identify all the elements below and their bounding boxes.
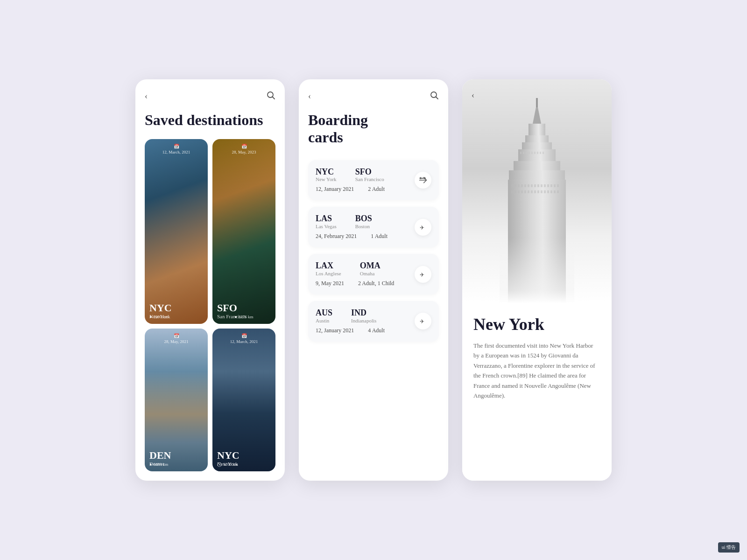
boarding-bottom-row: 12, January 2021 4 Adult bbox=[316, 327, 415, 334]
svg-rect-20 bbox=[534, 152, 536, 154]
dest-dist-value: 3200 km bbox=[223, 462, 238, 467]
svg-rect-33 bbox=[537, 184, 539, 187]
svg-rect-37 bbox=[550, 184, 552, 187]
dest-dist-value: 1376 km bbox=[239, 315, 254, 319]
back-icon[interactable]: ‹ bbox=[472, 91, 474, 100]
boarding-to: OMA Omaha bbox=[360, 261, 381, 276]
svg-rect-50 bbox=[544, 190, 546, 193]
location-icon: ● bbox=[149, 462, 152, 467]
dest-card-nyc2[interactable]: 📅 12, March, 2021 NYC New York ◯ 3200 km bbox=[212, 329, 275, 471]
dest-date: 28, May, 2023 bbox=[232, 150, 256, 154]
boarding-to: BOS Boston bbox=[355, 214, 372, 229]
back-icon[interactable]: ‹ bbox=[308, 91, 311, 101]
flight-arrow: ✈ bbox=[415, 313, 431, 329]
from-city: Los Anglese bbox=[316, 271, 341, 276]
svg-rect-44 bbox=[524, 190, 526, 193]
boarding-card-info: LAS Las Vegas BOS Boston 24, February 20… bbox=[316, 214, 415, 240]
building-illustration bbox=[500, 98, 574, 303]
to-code: IND bbox=[351, 308, 376, 318]
from-code: AUS bbox=[316, 308, 332, 318]
from-code: LAX bbox=[316, 261, 341, 271]
boarding-top-row: LAX Los Anglese OMA Omaha bbox=[316, 261, 415, 276]
boarding-top-row: LAS Las Vegas BOS Boston bbox=[316, 214, 415, 229]
svg-rect-19 bbox=[531, 152, 533, 154]
from-code: NYC bbox=[316, 168, 337, 177]
boarding-from: LAS Las Vegas bbox=[316, 214, 337, 229]
svg-rect-43 bbox=[521, 190, 523, 193]
flight-date: 12, January 2021 bbox=[316, 327, 354, 334]
svg-rect-52 bbox=[550, 190, 552, 193]
svg-rect-53 bbox=[554, 190, 556, 193]
dest-code: DEN bbox=[149, 450, 171, 461]
svg-rect-42 bbox=[518, 190, 520, 193]
flight-arrow bbox=[415, 172, 431, 189]
svg-rect-17 bbox=[526, 152, 527, 154]
svg-rect-38 bbox=[554, 184, 556, 187]
svg-rect-22 bbox=[540, 152, 541, 154]
boarding-card-nyc-sfo[interactable]: NYC New York SFO San Francisco 12, Janua… bbox=[308, 160, 439, 201]
screens-container: ‹ Saved destinations 📅 12, March, 202 bbox=[135, 79, 612, 481]
screen-saved-destinations: ‹ Saved destinations 📅 12, March, 202 bbox=[135, 79, 285, 481]
boarding-from: NYC New York bbox=[316, 168, 337, 182]
dest-card-den[interactable]: 📅 28, May, 2021 DEN Denver ● 6409 km bbox=[145, 329, 208, 471]
boarding-bottom-row: 9, May 2021 2 Adult, 1 Child bbox=[316, 280, 415, 287]
detail-image-area: ‹ bbox=[462, 79, 612, 303]
from-city: Las Vegas bbox=[316, 224, 337, 229]
passenger-count: 2 Adult, 1 Child bbox=[358, 280, 394, 287]
svg-rect-18 bbox=[529, 152, 530, 154]
boarding-card-info: NYC New York SFO San Francisco 12, Janua… bbox=[316, 168, 415, 193]
destinations-grid: 📅 12, March, 2021 NYC New York ● 3200 km bbox=[145, 139, 275, 471]
screen2-title: Boardingcards bbox=[308, 112, 439, 146]
to-city: San Francisco bbox=[355, 176, 384, 182]
boarding-card-aus-ind[interactable]: AUS Austin IND Indianapolis 12, January … bbox=[308, 301, 439, 342]
boarding-card-las-bos[interactable]: LAS Las Vegas BOS Boston 24, February 20… bbox=[308, 207, 439, 247]
svg-rect-23 bbox=[543, 152, 544, 154]
boarding-card-lax-oma[interactable]: LAX Los Anglese OMA Omaha 9, May 2021 2 … bbox=[308, 254, 439, 294]
boarding-card-info: AUS Austin IND Indianapolis 12, January … bbox=[316, 308, 415, 334]
dest-card-nyc[interactable]: 📅 12, March, 2021 NYC New York ● 3200 km bbox=[145, 139, 208, 324]
calendar-icon: 📅 bbox=[174, 333, 179, 338]
dest-dist-value: 6409 km bbox=[153, 462, 168, 467]
svg-rect-28 bbox=[521, 184, 523, 187]
svg-rect-41 bbox=[514, 190, 516, 193]
search-icon[interactable] bbox=[266, 91, 275, 102]
boarding-bottom-row: 24, February 2021 1 Adult bbox=[316, 233, 415, 240]
boarding-top-row: NYC New York SFO San Francisco bbox=[316, 168, 415, 182]
boarding-to: IND Indianapolis bbox=[351, 308, 376, 323]
svg-rect-48 bbox=[537, 190, 539, 193]
detail-title: New York bbox=[473, 315, 600, 334]
dest-card-sfo[interactable]: 📅 28, May, 2023 SFO San Francisco ● 1376… bbox=[212, 139, 275, 324]
location-icon: ◯ bbox=[217, 462, 222, 467]
boarding-from: LAX Los Anglese bbox=[316, 261, 341, 276]
screen-boarding-cards: ‹ Boardingcards NYC New York bbox=[299, 79, 448, 481]
dest-date: 28, May, 2021 bbox=[164, 339, 189, 344]
boarding-card-info: LAX Los Anglese OMA Omaha 9, May 2021 2 … bbox=[316, 261, 415, 287]
search-icon[interactable] bbox=[430, 91, 439, 102]
svg-rect-49 bbox=[541, 190, 543, 193]
svg-rect-16 bbox=[523, 152, 524, 154]
to-code: BOS bbox=[355, 214, 372, 224]
from-code: LAS bbox=[316, 214, 337, 224]
svg-rect-29 bbox=[524, 184, 526, 187]
flight-date: 12, January 2021 bbox=[316, 186, 354, 193]
dest-date: 12, March, 2021 bbox=[230, 339, 258, 344]
detail-content: New York The first documented visit into… bbox=[462, 303, 612, 481]
svg-line-3 bbox=[436, 97, 438, 99]
svg-rect-27 bbox=[518, 184, 520, 187]
svg-text:✈: ✈ bbox=[420, 271, 424, 278]
svg-marker-8 bbox=[532, 107, 542, 126]
to-city: Omaha bbox=[360, 271, 381, 276]
svg-rect-26 bbox=[514, 184, 516, 187]
back-icon[interactable]: ‹ bbox=[145, 91, 148, 101]
svg-rect-25 bbox=[511, 184, 513, 187]
passenger-count: 2 Adult bbox=[368, 186, 385, 193]
dest-code: SFO bbox=[217, 302, 237, 314]
watermark: ui 懵告 bbox=[718, 542, 740, 553]
to-city: Boston bbox=[355, 224, 372, 229]
svg-rect-47 bbox=[534, 190, 536, 193]
svg-rect-15 bbox=[520, 152, 521, 154]
calendar-icon: 📅 bbox=[241, 333, 247, 338]
from-city: New York bbox=[316, 176, 337, 182]
calendar-icon: 📅 bbox=[174, 144, 179, 149]
dest-code: NYC bbox=[217, 450, 240, 461]
